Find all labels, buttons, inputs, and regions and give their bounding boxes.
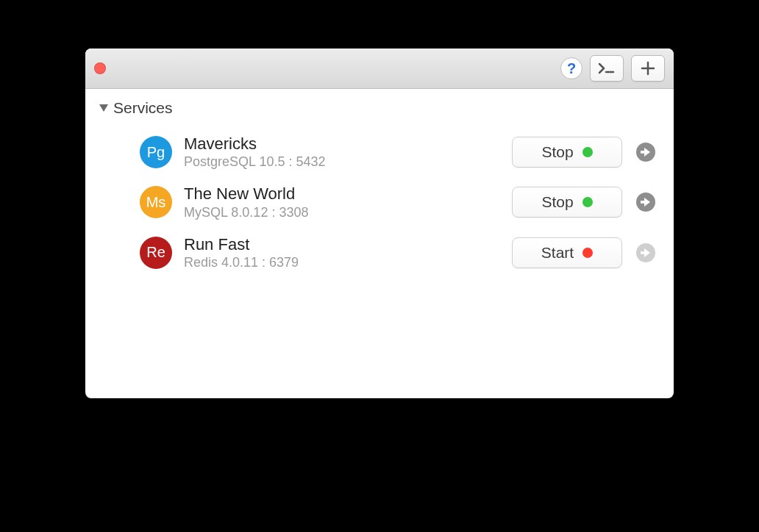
service-row: ReRun FastRedis 4.0.11 : 6379Start [99, 228, 660, 278]
service-meta: MySQL 8.0.12 : 3308 [184, 205, 512, 220]
service-action-button[interactable]: Start [512, 237, 622, 268]
service-meta: PostgreSQL 10.5 : 5432 [184, 154, 512, 170]
app-window: ? Services PgMavericksPostgre [85, 48, 674, 398]
service-meta: Redis 4.0.11 : 6379 [184, 255, 512, 270]
status-dot-icon [582, 147, 593, 157]
service-badge: Pg [140, 136, 172, 168]
plus-icon [641, 61, 655, 76]
help-icon: ? [567, 60, 576, 77]
svg-rect-12 [641, 251, 646, 254]
service-row: MsThe New WorldMySQL 8.0.12 : 3308Stop [99, 177, 660, 227]
service-name: Run Fast [184, 235, 512, 254]
section-title: Services [113, 99, 173, 117]
service-row: PgMavericksPostgreSQL 10.5 : 5432Stop [99, 127, 660, 177]
service-info: Run FastRedis 4.0.11 : 6379 [184, 235, 512, 270]
arrow-right-circle-icon [635, 242, 656, 263]
svg-rect-6 [641, 151, 646, 154]
service-action-button[interactable]: Stop [512, 137, 622, 168]
service-info: The New WorldMySQL 8.0.12 : 3308 [184, 184, 512, 220]
detail-arrow-button[interactable] [635, 142, 656, 162]
titlebar: ? [85, 48, 674, 89]
section-header[interactable]: Services [99, 99, 660, 117]
traffic-lights [94, 62, 106, 74]
services-list: PgMavericksPostgreSQL 10.5 : 5432StopMsT… [99, 127, 660, 278]
add-button[interactable] [631, 55, 665, 82]
terminal-icon [598, 62, 616, 74]
detail-arrow-button [635, 242, 656, 263]
service-name: Mavericks [184, 134, 512, 153]
arrow-right-circle-icon [635, 192, 656, 212]
service-badge: Ms [140, 186, 172, 218]
svg-marker-3 [99, 104, 108, 112]
service-badge: Re [140, 237, 172, 269]
service-name: The New World [184, 184, 512, 203]
action-label: Stop [541, 193, 573, 211]
detail-arrow-button[interactable] [635, 192, 656, 212]
close-button[interactable] [94, 62, 106, 74]
content: Services PgMavericksPostgreSQL 10.5 : 54… [85, 89, 674, 288]
status-dot-icon [582, 197, 593, 207]
action-label: Start [541, 244, 574, 262]
disclosure-triangle-icon[interactable] [99, 104, 109, 112]
service-info: MavericksPostgreSQL 10.5 : 5432 [184, 134, 512, 170]
terminal-button[interactable] [590, 55, 624, 82]
status-dot-icon [582, 248, 593, 258]
help-button[interactable]: ? [560, 57, 582, 79]
toolbar-right: ? [560, 55, 665, 82]
action-label: Stop [541, 143, 573, 161]
arrow-right-circle-icon [635, 142, 656, 162]
service-action-button[interactable]: Stop [512, 187, 622, 218]
svg-rect-9 [641, 201, 646, 204]
